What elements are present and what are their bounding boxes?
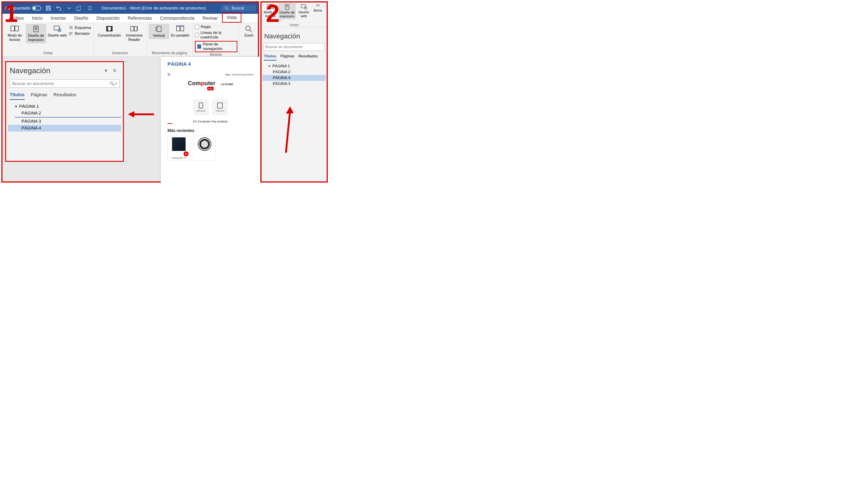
borrador-button[interactable]: Borrador bbox=[68, 31, 91, 36]
vertical-label: Vertical bbox=[153, 33, 165, 38]
nav-close-button[interactable]: ✕ bbox=[110, 68, 119, 74]
tab-disposicion[interactable]: Disposición bbox=[92, 14, 123, 23]
nav-search-input[interactable] bbox=[12, 81, 110, 86]
borrador-label: Borrador bbox=[75, 31, 90, 36]
nav2-tabs: Títulos Páginas Resultados bbox=[261, 51, 327, 61]
svg-rect-8 bbox=[34, 26, 38, 32]
quickaccess-customize[interactable] bbox=[87, 5, 93, 11]
nav2-search-input[interactable] bbox=[266, 45, 323, 49]
svg-line-5 bbox=[227, 9, 228, 10]
nav-tab-titulos[interactable]: Títulos bbox=[10, 92, 25, 100]
diseno-web-button[interactable]: Diseño web bbox=[47, 24, 67, 38]
ribbon-group-zoom: Zoom bbox=[240, 23, 258, 57]
ribbon-group-mostrar: Regla Líneas de la cuadrícula ✓ Panel de… bbox=[193, 23, 240, 57]
nav2-tab-resultados[interactable]: Resultados bbox=[298, 54, 318, 61]
svg-line-32 bbox=[250, 30, 252, 32]
web-icon bbox=[53, 25, 62, 32]
nav2-item-pagina-1[interactable]: PÁGINA 1 bbox=[262, 63, 326, 69]
page-heading: PÁGINA 4 bbox=[167, 61, 253, 67]
vistas-group-label: Vistas bbox=[43, 51, 53, 56]
cuadricula-checkbox[interactable]: Líneas de la cuadrícula bbox=[195, 31, 237, 39]
concentracion-label: Concentración bbox=[98, 33, 121, 37]
immersive-label: Immersive Reader bbox=[125, 33, 144, 42]
panel-nav-label: Panel de navegación bbox=[203, 42, 235, 51]
undo-dropdown[interactable] bbox=[66, 5, 72, 11]
undo-button[interactable] bbox=[56, 5, 62, 11]
hamburger-icon: ≡ bbox=[167, 72, 170, 77]
tab-revisar[interactable]: Revisar bbox=[198, 14, 222, 23]
phone-icon bbox=[199, 103, 203, 108]
tab-correspondencia[interactable]: Correspondencia bbox=[156, 14, 198, 23]
tab-referencias[interactable]: Referencias bbox=[124, 14, 156, 23]
nav-tab-paginas[interactable]: Páginas bbox=[31, 92, 47, 100]
redo-button[interactable] bbox=[76, 5, 83, 11]
nav2-item-pagina-3[interactable]: PÁGINA 3 bbox=[262, 81, 326, 87]
nav2-search-box[interactable] bbox=[264, 43, 325, 51]
vertical-button[interactable]: Vertical bbox=[149, 24, 169, 39]
hoy-badge: Hoy bbox=[207, 87, 214, 90]
zoom-button[interactable]: Zoom bbox=[242, 24, 256, 38]
nav-item-label: PÁGINA 1 bbox=[19, 104, 39, 109]
nav2-item-pagina-4[interactable]: PÁGINA 4 bbox=[262, 75, 326, 81]
diseno-web-label: Diseño web bbox=[48, 33, 67, 37]
esquema-label: Esquema bbox=[75, 26, 91, 30]
tablets-label: TABLETS bbox=[215, 110, 224, 112]
concentracion-button[interactable]: Concentración bbox=[96, 24, 123, 38]
nav-item-label: PÁGINA 2 bbox=[22, 111, 41, 116]
nav2-item-pagina-2[interactable]: PÁGINA 2 bbox=[262, 69, 326, 75]
search-input[interactable] bbox=[232, 6, 252, 11]
mini-diseno-web-label: Diseño web bbox=[296, 10, 312, 18]
mini-diseno-impresion-button[interactable]: Diseño de impresión bbox=[279, 3, 296, 19]
nav-tab-resultados[interactable]: Resultados bbox=[54, 92, 76, 100]
nav-tree: PÁGINA 1 PÁGINA 2 PÁGINA 3 PÁGINA 4 bbox=[6, 100, 123, 135]
nav-dropdown-button[interactable]: ▾ bbox=[102, 68, 110, 74]
search-icon bbox=[224, 6, 229, 10]
word-window-panel-1: Autoguardado Documento1 - Word (Error de… bbox=[1, 1, 259, 183]
svg-rect-24 bbox=[131, 26, 134, 31]
paralelo-button[interactable]: En paralelo bbox=[170, 24, 190, 38]
draft-icon bbox=[315, 4, 321, 8]
web-icon bbox=[300, 4, 308, 10]
svg-rect-23 bbox=[108, 27, 111, 31]
annotation-arrow-left bbox=[128, 110, 155, 119]
tab-insertar[interactable]: Insertar bbox=[46, 14, 70, 23]
svg-point-31 bbox=[246, 26, 250, 31]
nav-search-box[interactable]: 🔍 ▾ bbox=[10, 79, 119, 88]
svg-rect-40 bbox=[301, 4, 306, 8]
diseno-impresion-button[interactable]: Diseño de impresión bbox=[26, 24, 46, 43]
svg-rect-28 bbox=[177, 26, 180, 31]
immersive-reader-button[interactable]: Immersive Reader bbox=[124, 24, 144, 43]
tab-vista[interactable]: Vista bbox=[222, 12, 241, 23]
search-box[interactable] bbox=[221, 5, 256, 11]
nav-item-pagina-3[interactable]: PÁGINA 3 bbox=[8, 118, 121, 125]
svg-rect-37 bbox=[285, 4, 289, 9]
vertical-icon bbox=[154, 25, 163, 33]
tab-inicio[interactable]: Inicio bbox=[28, 14, 47, 23]
nav-separator bbox=[15, 117, 121, 118]
title-bar: Autoguardado Documento1 - Word (Error de… bbox=[2, 2, 258, 14]
svg-rect-29 bbox=[181, 26, 184, 31]
word-window-panel-2: Modo de lectura Diseño de impresión Dise… bbox=[260, 1, 328, 183]
panel-navegacion-checkbox[interactable]: ✓ Panel de navegación bbox=[195, 41, 237, 52]
product-image-1 bbox=[172, 137, 186, 151]
regla-checkbox[interactable]: Regla bbox=[195, 25, 237, 29]
navigation-pane: Navegación ▾ ✕ 🔍 ▾ Títulos Páginas Resul… bbox=[5, 61, 124, 162]
nav-item-pagina-2[interactable]: PÁGINA 2 bbox=[8, 110, 121, 117]
tab-diseno[interactable]: Diseño bbox=[70, 14, 92, 23]
nav-item-pagina-1[interactable]: PÁGINA 1 bbox=[8, 103, 121, 110]
product-1-label: Amazon Fire TV bbox=[172, 157, 186, 159]
nav-item-pagina-4[interactable]: PÁGINA 4 bbox=[8, 125, 121, 131]
esquema-button[interactable]: Esquema bbox=[68, 26, 91, 30]
document-page[interactable]: PÁGINA 4 ≡ Hoy: Android Automotive Compu… bbox=[161, 57, 260, 184]
collapse-triangle-icon bbox=[15, 106, 18, 107]
nav2-tab-titulos[interactable]: Títulos bbox=[264, 54, 276, 61]
save-button[interactable] bbox=[45, 5, 52, 11]
mini-borrador-button[interactable]: Borra bbox=[312, 3, 323, 13]
ribbon-group-vistas: Modo de lectura Diseño de impresión Dise… bbox=[2, 23, 94, 57]
nav-title: Navegación bbox=[10, 66, 102, 75]
checkbox-icon bbox=[195, 25, 199, 29]
mini-diseno-web-button[interactable]: Diseño web bbox=[296, 3, 312, 19]
nav2-tab-paginas[interactable]: Páginas bbox=[281, 54, 294, 61]
search-dropdown-icon[interactable]: ▾ bbox=[116, 82, 117, 85]
focus-icon bbox=[105, 25, 114, 32]
